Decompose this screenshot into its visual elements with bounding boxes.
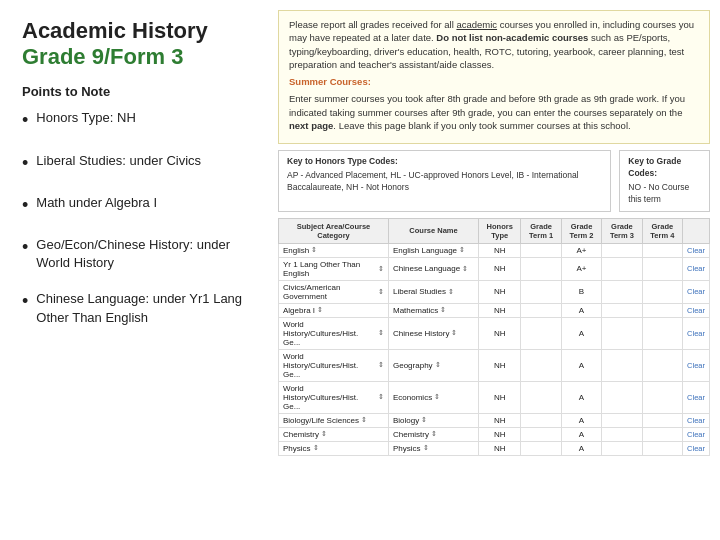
grade-t2-cell[interactable]: A+ [561,257,601,280]
course-cell[interactable]: Economics⇕ [389,381,479,413]
course-cell[interactable]: Mathematics⇕ [389,303,479,317]
grade-t1-cell[interactable] [521,280,561,303]
subject-cell[interactable]: World History/Cultures/Hist. Ge...⇕ [279,381,389,413]
clear-button[interactable]: Clear [683,427,710,441]
grade-t1-cell[interactable] [521,413,561,427]
grade-t4-cell[interactable] [642,257,682,280]
course-cell[interactable]: Physics⇕ [389,441,479,455]
course-cell[interactable]: Liberal Studies⇕ [389,280,479,303]
key-boxes: Key to Honors Type Codes: AP - Advanced … [278,150,710,212]
left-panel: Academic History Grade 9/Form 3 Points t… [0,0,270,540]
col-clear [683,218,710,243]
clear-button[interactable]: Clear [683,280,710,303]
subject-cell[interactable]: Civics/American Government⇕ [279,280,389,303]
grade-t2-cell[interactable]: A [561,441,601,455]
subject-cell[interactable]: Chemistry⇕ [279,427,389,441]
grade-t3-cell[interactable] [602,427,642,441]
table-row: Yr 1 Lang Other Than English⇕Chinese Lan… [279,257,710,280]
grade-t2-cell[interactable]: A [561,317,601,349]
clear-button[interactable]: Clear [683,413,710,427]
list-item: Math under Algebra I [22,194,252,218]
subject-cell[interactable]: Yr 1 Lang Other Than English⇕ [279,257,389,280]
table-row: Civics/American Government⇕Liberal Studi… [279,280,710,303]
grade-t3-cell[interactable] [602,317,642,349]
grade-t3-cell[interactable] [602,280,642,303]
col-subject: Subject Area/Course Category [279,218,389,243]
table-row: World History/Cultures/Hist. Ge...⇕Econo… [279,381,710,413]
grade-t2-cell[interactable]: B [561,280,601,303]
table-row: Algebra I⇕Mathematics⇕NHAClear [279,303,710,317]
grade-t4-cell[interactable] [642,317,682,349]
list-item: Liberal Studies: under Civics [22,152,252,176]
honors-cell: NH [479,257,521,280]
table-row: Chemistry⇕Chemistry⇕NHAClear [279,427,710,441]
table-row: World History/Cultures/Hist. Ge...⇕Geogr… [279,349,710,381]
info-box: Please report all grades received for al… [278,10,710,144]
clear-button[interactable]: Clear [683,303,710,317]
honors-cell: NH [479,243,521,257]
grade-t2-cell[interactable]: A [561,427,601,441]
honors-cell: NH [479,349,521,381]
key-honors-body: AP - Advanced Placement, HL - UC-approve… [287,170,602,194]
clear-button[interactable]: Clear [683,317,710,349]
key-grade-title: Key to Grade Codes: [628,156,701,180]
col-t4: Grade Term 4 [642,218,682,243]
points-to-note-label: Points to Note [22,84,252,99]
grade-t4-cell[interactable] [642,427,682,441]
grade-t4-cell[interactable] [642,280,682,303]
course-cell[interactable]: English Language⇕ [389,243,479,257]
key-grade-body: NO - No Course this term [628,182,701,206]
honors-cell: NH [479,381,521,413]
grade-t2-cell[interactable]: A [561,381,601,413]
course-cell[interactable]: Chinese Language⇕ [389,257,479,280]
grade-t2-cell[interactable]: A [561,303,601,317]
subject-cell[interactable]: English⇕ [279,243,389,257]
grade-t3-cell[interactable] [602,243,642,257]
summer-title: Summer Courses: [289,76,371,87]
grade-t3-cell[interactable] [602,441,642,455]
grade-t2-cell[interactable]: A [561,413,601,427]
grade-t1-cell[interactable] [521,257,561,280]
table-row: Biology/Life Sciences⇕Biology⇕NHAClear [279,413,710,427]
subject-cell[interactable]: Physics⇕ [279,441,389,455]
grade-t4-cell[interactable] [642,243,682,257]
grade-t1-cell[interactable] [521,381,561,413]
clear-button[interactable]: Clear [683,349,710,381]
list-item: Geo/Econ/Chinese History: under World Hi… [22,236,252,272]
grade-t1-cell[interactable] [521,303,561,317]
course-cell[interactable]: Chinese History⇕ [389,317,479,349]
list-item: Chinese Language: under Yr1 Lang Other T… [22,290,252,326]
course-cell[interactable]: Chemistry⇕ [389,427,479,441]
grade-t3-cell[interactable] [602,349,642,381]
grade-t1-cell[interactable] [521,441,561,455]
course-cell[interactable]: Geography⇕ [389,349,479,381]
grade-t3-cell[interactable] [602,257,642,280]
grade-t2-cell[interactable]: A [561,349,601,381]
grade-t3-cell[interactable] [602,381,642,413]
col-course: Course Name [389,218,479,243]
clear-button[interactable]: Clear [683,257,710,280]
table-row: Physics⇕Physics⇕NHAClear [279,441,710,455]
grade-t3-cell[interactable] [602,303,642,317]
clear-button[interactable]: Clear [683,243,710,257]
course-cell[interactable]: Biology⇕ [389,413,479,427]
grade-t1-cell[interactable] [521,317,561,349]
grade-t1-cell[interactable] [521,243,561,257]
grade-t2-cell[interactable]: A+ [561,243,601,257]
grade-t1-cell[interactable] [521,349,561,381]
grade-t4-cell[interactable] [642,413,682,427]
subject-cell[interactable]: Biology/Life Sciences⇕ [279,413,389,427]
grade-t1-cell[interactable] [521,427,561,441]
right-panel: Please report all grades received for al… [270,0,720,540]
subject-cell[interactable]: Algebra I⇕ [279,303,389,317]
subject-cell[interactable]: World History/Cultures/Hist. Ge...⇕ [279,317,389,349]
grade-t4-cell[interactable] [642,303,682,317]
grade-t4-cell[interactable] [642,441,682,455]
honors-cell: NH [479,303,521,317]
clear-button[interactable]: Clear [683,381,710,413]
grade-t3-cell[interactable] [602,413,642,427]
grade-t4-cell[interactable] [642,381,682,413]
clear-button[interactable]: Clear [683,441,710,455]
grade-t4-cell[interactable] [642,349,682,381]
subject-cell[interactable]: World History/Cultures/Hist. Ge...⇕ [279,349,389,381]
